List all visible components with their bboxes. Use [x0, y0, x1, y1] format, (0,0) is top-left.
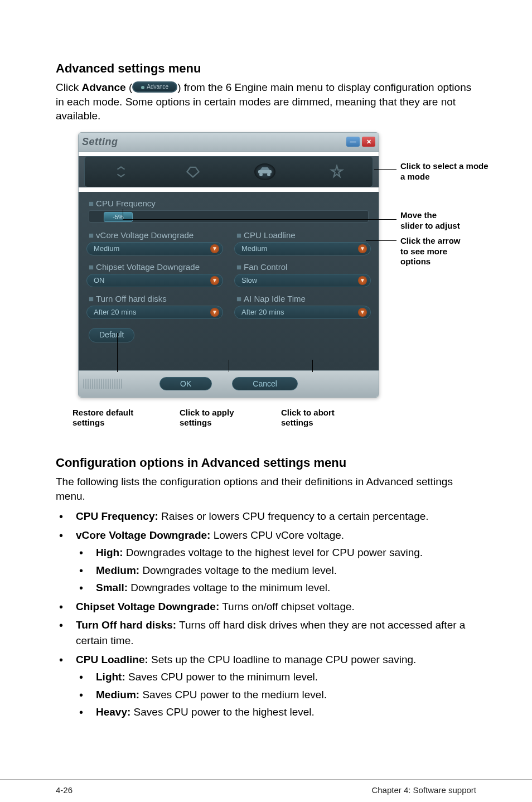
config-intro: The following lists the configuration op…	[56, 475, 476, 503]
turn-off-select[interactable]: After 20 mins▼	[86, 306, 223, 319]
opt-vcore: vCore Voltage Downgrade: Lowers CPU vCor…	[56, 528, 476, 596]
opt-loadline: CPU Loadline: Sets up the CPU loadline t…	[56, 652, 476, 720]
callout-restore-1: Restore default	[72, 408, 133, 417]
vcore-label: ■vCore Voltage Downgrade	[89, 230, 223, 240]
ai-nap-label: ■AI Nap Idle Time	[236, 294, 371, 303]
chipset-label: ■Chipset Voltage Downgrade	[89, 262, 223, 272]
intro-part1b: (	[126, 81, 133, 93]
callout-move-1: Move the	[400, 210, 437, 220]
callout-arrow-2: to see more	[400, 247, 447, 256]
page-number: 4-26	[56, 785, 72, 795]
svg-rect-0	[258, 170, 272, 173]
intro-part1: Click	[56, 81, 81, 93]
settings-window: Setting — ✕ ■CPU Frequency	[78, 132, 379, 398]
callout-mode-2: a mode	[400, 172, 430, 181]
chevron-down-icon[interactable]: ▼	[358, 276, 367, 285]
callout-apply-1: Click to apply	[180, 408, 234, 417]
chevron-down-icon[interactable]: ▼	[358, 244, 367, 253]
opt-vcore-high: High: Downgrades voltage to the highest …	[76, 545, 476, 561]
svg-point-2	[267, 173, 270, 176]
cpu-loadline-label: ■CPU Loadline	[236, 230, 371, 240]
cancel-button[interactable]: Cancel	[232, 377, 298, 390]
fan-control-label: ■Fan Control	[236, 262, 371, 272]
opt-loadline-light: Light: Saves CPU power to the minimum le…	[76, 669, 476, 685]
minimize-button[interactable]: —	[346, 137, 360, 147]
close-button[interactable]: ✕	[362, 137, 375, 147]
callout-restore-2: settings	[72, 418, 105, 427]
cpu-frequency-slider[interactable]: -5%	[89, 210, 369, 223]
callout-move-2: slider to adjust	[400, 221, 460, 230]
callout-arrow-3: options	[400, 257, 431, 266]
mode-icon-2[interactable]	[182, 161, 204, 182]
slider-thumb[interactable]: -5%	[104, 212, 133, 222]
mode-icon-4[interactable]	[326, 161, 347, 182]
fan-control-select[interactable]: Slow▼	[234, 274, 371, 287]
svg-point-1	[259, 173, 263, 176]
config-options-heading: Configuration options in Advanced settin…	[56, 456, 476, 470]
mode-bar	[84, 156, 373, 187]
opt-cpu-frequency: CPU Frequency: Raises or lowers CPU freq…	[56, 509, 476, 524]
opt-loadline-medium: Medium: Saves CPU power to the medium le…	[76, 687, 476, 703]
advance-button-illustration: Advance	[132, 81, 177, 93]
chipset-select[interactable]: ON▼	[86, 274, 223, 287]
titlebar: Setting — ✕	[79, 133, 379, 152]
chevron-down-icon[interactable]: ▼	[210, 276, 219, 285]
ai-nap-select[interactable]: After 20 mins▼	[234, 306, 371, 319]
mode-icon-1[interactable]	[110, 161, 132, 182]
opt-chipset: Chipset Voltage Downgrade: Turns on/off …	[56, 599, 476, 615]
chevron-down-icon[interactable]: ▼	[210, 244, 219, 253]
callout-abort-2: settings	[281, 418, 313, 427]
default-button[interactable]: Default	[89, 328, 134, 342]
chevron-down-icon[interactable]: ▼	[210, 308, 219, 317]
advanced-intro: Click Advance (Advance) from the 6 Engin…	[56, 80, 476, 123]
options-list: CPU Frequency: Raises or lowers CPU freq…	[56, 509, 476, 720]
turn-off-label: ■Turn Off hard disks	[89, 294, 223, 303]
advanced-settings-heading: Advanced settings menu	[56, 61, 476, 76]
ok-button[interactable]: OK	[159, 377, 212, 390]
callout-arrow-1: Click the arrow	[400, 236, 461, 245]
advance-word: Advance	[81, 81, 125, 93]
callout-mode-1: Click to select a mode	[400, 161, 489, 171]
opt-vcore-medium: Medium: Downgrades voltage to the medium…	[76, 563, 476, 578]
mode-icon-car[interactable]	[254, 161, 275, 182]
cpu-loadline-select[interactable]: Medium▼	[234, 242, 371, 255]
opt-turnoff: Turn Off hard disks: Turns off hard disk…	[56, 617, 476, 648]
vcore-select[interactable]: Medium▼	[86, 242, 223, 255]
opt-vcore-small: Small: Downgrades voltage to the minimum…	[76, 580, 476, 596]
chevron-down-icon[interactable]: ▼	[358, 308, 367, 317]
footer-bar: OK Cancel	[79, 370, 379, 397]
opt-loadline-heavy: Heavy: Saves CPU power to the highest le…	[76, 704, 476, 720]
callout-apply-2: settings	[180, 418, 212, 427]
chapter-label: Chapter 4: Software support	[371, 785, 476, 795]
window-title: Setting	[82, 136, 118, 148]
callout-abort-1: Click to abort	[281, 408, 335, 417]
cpu-frequency-label: ■CPU Frequency	[89, 199, 371, 208]
